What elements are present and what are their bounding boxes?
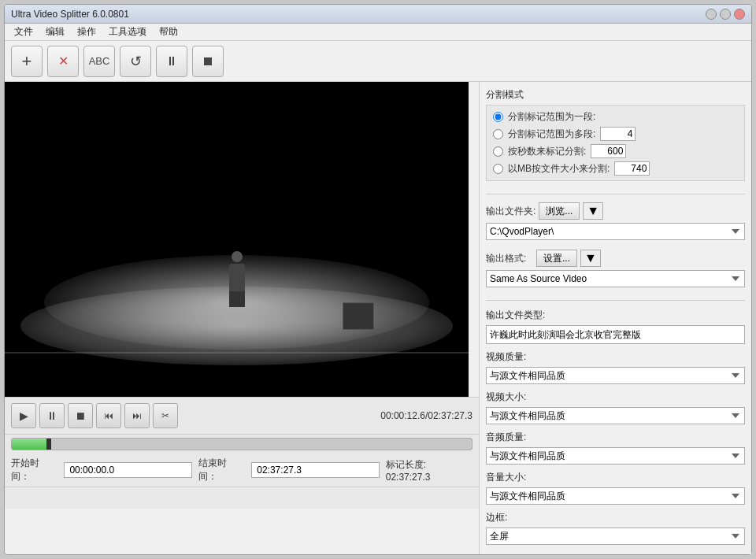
window-title: Ultra Video Splitter 6.0.0801 [11, 9, 129, 20]
mark-in-button[interactable]: ⏮ [96, 403, 121, 428]
video-size-label: 视频大小: [486, 391, 745, 404]
menu-help[interactable]: 帮助 [153, 24, 184, 40]
window-controls [706, 9, 745, 20]
left-panel: ▶ ⏸ ⏹ ⏮ ⏭ ✂ 00:00:12.6/02:37:27.3 开始时间： … [5, 82, 480, 554]
progress-thumb [46, 439, 51, 450]
audio-quality-label: 音频质量: [486, 431, 745, 444]
settings-button[interactable]: 设置... [536, 250, 577, 267]
amplifier-box [343, 302, 374, 330]
abc-button[interactable]: ABC [83, 46, 115, 77]
video-quality-dropdown[interactable]: 与源文件相同品质 [486, 367, 745, 384]
title-bar: Ultra Video Splitter 6.0.0801 [5, 5, 751, 24]
main-area: ▶ ⏸ ⏹ ⏮ ⏭ ✂ 00:00:12.6/02:37:27.3 开始时间： … [5, 82, 751, 554]
menu-file[interactable]: 文件 [8, 24, 39, 40]
split-option-2: 分割标记范围为多段: [493, 127, 738, 141]
format-dropdown-arrow[interactable]: ▼ [580, 250, 601, 267]
volume-dropdown[interactable]: 与源文件相同品质 [486, 487, 745, 505]
divider-2 [486, 300, 745, 301]
output-format-dropdown[interactable]: Same As Source Video [486, 270, 745, 287]
mark-out-button[interactable]: ⏭ [124, 403, 150, 428]
stop-button[interactable]: ⏹ [192, 46, 224, 77]
output-folder-dropdown-row: C:\QvodPlayer\ [486, 223, 745, 240]
mark-length: 标记长度: 02:37:27.3 [386, 458, 472, 483]
floor-line [5, 352, 469, 354]
split-label-1: 分割标记范围为一段: [508, 110, 595, 124]
stop-playback-button[interactable]: ⏹ [68, 403, 93, 428]
output-format-dropdown-row: Same As Source Video [486, 270, 745, 287]
start-time-input[interactable] [64, 462, 191, 478]
output-format-label: 输出格式: [486, 252, 533, 265]
output-format-row: 输出格式: 设置... ▼ [486, 250, 745, 267]
menu-operation[interactable]: 操作 [71, 24, 102, 40]
split-mode-box: 分割标记范围为一段: 分割标记范围为多段: 按秒数来标记分割: [486, 105, 745, 181]
progress-area [5, 435, 479, 453]
audio-quality-dropdown[interactable]: 与源文件相同品质 [486, 447, 745, 465]
refresh-button[interactable]: ↺ [120, 46, 151, 77]
progress-fill [12, 439, 49, 450]
video-scene [5, 82, 469, 397]
split-label-3: 按秒数来标记分割: [508, 145, 586, 158]
close-button[interactable] [734, 9, 745, 20]
person-head [232, 251, 243, 262]
split-value-4[interactable] [614, 161, 650, 176]
end-time-label: 结束时间： [198, 457, 245, 483]
video-quality-section: 视频质量: 与源文件相同品质 [486, 350, 745, 384]
time-fields: 开始时间： 结束时间： 标记长度: 02:37:27.3 [5, 453, 479, 487]
split-label-2: 分割标记范围为多段: [508, 128, 595, 141]
split-radio-4[interactable] [493, 164, 503, 174]
time-display: 00:00:12.6/02:37:27.3 [380, 410, 472, 421]
start-time-label: 开始时间： [11, 457, 57, 483]
output-folder-label: 输出文件夹: [486, 205, 536, 218]
split-options: 分割标记范围为一段: 分割标记范围为多段: 按秒数来标记分割: [493, 110, 738, 176]
split-mode-section: 分割模式 分割标记范围为一段: 分割标记范围为多段: [486, 88, 745, 184]
split-mode-title: 分割模式 [486, 88, 745, 102]
menu-edit[interactable]: 编辑 [39, 24, 71, 40]
volume-section: 音量大小: 与源文件相同品质 [486, 471, 745, 505]
cancel-button[interactable]: ✕ [47, 46, 79, 77]
border-section: 边框: 全屏 [486, 511, 745, 545]
split-value-2[interactable] [600, 127, 636, 141]
audio-quality-section: 音频质量: 与源文件相同品质 [486, 431, 745, 465]
output-type-label: 输出文件类型: [486, 309, 745, 322]
playback-controls: ▶ ⏸ ⏹ ⏮ ⏭ ✂ 00:00:12.6/02:37:27.3 [5, 397, 479, 435]
video-quality-label: 视频质量: [486, 350, 745, 364]
video-size-section: 视频大小: 与源文件相同品质 [486, 391, 745, 424]
output-folder-section: 输出文件夹: 浏览... ▼ C:\QvodPlayer\ [486, 202, 745, 243]
pause-playback-button[interactable]: ⏸ [39, 403, 65, 428]
pause-button[interactable]: ⏸ [156, 46, 187, 77]
split-option-1: 分割标记范围为一段: [493, 110, 738, 124]
end-time-input[interactable] [251, 462, 379, 478]
border-dropdown[interactable]: 全屏 [486, 528, 745, 545]
split-label-4: 以MB按文件大小来分割: [508, 162, 610, 176]
video-size-dropdown[interactable]: 与源文件相同品质 [486, 407, 745, 424]
main-window: Ultra Video Splitter 6.0.0801 文件 编辑 操作 工… [4, 4, 752, 555]
add-button[interactable]: + [11, 46, 43, 77]
output-folder-row: 输出文件夹: 浏览... ▼ [486, 202, 745, 220]
output-type-section: 输出文件类型: [486, 309, 745, 344]
output-type-input[interactable] [486, 325, 745, 344]
person-figure [225, 251, 249, 306]
menu-bar: 文件 编辑 操作 工具选项 帮助 [5, 24, 751, 41]
split-value-3[interactable] [591, 144, 626, 158]
divider-1 [486, 194, 745, 194]
browse-button[interactable]: 浏览... [539, 202, 580, 220]
split-radio-2[interactable] [493, 129, 503, 139]
right-panel: 分割模式 分割标记范围为一段: 分割标记范围为多段: [480, 82, 751, 554]
browse-dropdown-arrow[interactable]: ▼ [583, 202, 603, 220]
border-label: 边框: [486, 511, 745, 524]
maximize-button[interactable] [720, 9, 731, 20]
play-button[interactable]: ▶ [11, 403, 36, 428]
split-option-4: 以MB按文件大小来分割: [493, 161, 738, 176]
menu-tools[interactable]: 工具选项 [102, 24, 153, 40]
progress-bar[interactable] [11, 438, 472, 450]
status-bar [5, 487, 479, 509]
cut-button[interactable]: ✂ [153, 403, 178, 428]
split-radio-1[interactable] [493, 112, 503, 122]
minimize-button[interactable] [706, 9, 717, 20]
volume-label: 音量大小: [486, 471, 745, 484]
toolbar: + ✕ ABC ↺ ⏸ ⏹ [5, 41, 751, 82]
output-folder-dropdown[interactable]: C:\QvodPlayer\ [486, 223, 745, 240]
person-legs [229, 291, 245, 307]
person-body [229, 264, 245, 291]
split-radio-3[interactable] [493, 146, 503, 157]
